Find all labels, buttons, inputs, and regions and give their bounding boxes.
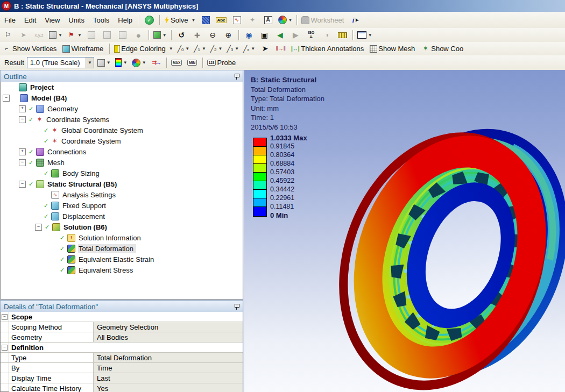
tree-item-label[interactable]: Fixed Support — [62, 201, 109, 210]
pin-icon[interactable] — [234, 303, 239, 310]
min-annotation-button[interactable]: MIN — [185, 56, 200, 69]
tree-item-label[interactable]: Global Coordinate System — [61, 126, 146, 135]
show-vertices-button[interactable]: ⌐ Show Vertices — [1, 42, 60, 55]
tree-item-label[interactable]: Coordinate Systems — [46, 115, 112, 124]
tree-item-label[interactable]: Total Deformation — [78, 244, 136, 253]
tree-item-analysis-settings[interactable]: ∿Analysis Settings — [1, 189, 243, 200]
tree-item-label[interactable]: Geometry — [47, 104, 81, 113]
tree-item-equivalent-elastic-strain[interactable]: ✓Equivalent Elastic Strain — [1, 254, 243, 265]
geometry-viewport[interactable]: B: Static Structural Total Deformation T… — [244, 70, 565, 392]
select-mode-button[interactable]: ▼ — [47, 29, 64, 41]
tree-item-project[interactable]: Project — [1, 82, 243, 92]
menu-edit[interactable]: Edit — [20, 15, 40, 26]
tree-item-label[interactable]: Coordinate System — [61, 137, 124, 146]
ruler-icon[interactable] — [335, 29, 350, 41]
new-chart-icon[interactable]: ∿ — [230, 14, 244, 26]
rotate-icon[interactable]: ↺ — [174, 29, 189, 41]
tree-item-displacement[interactable]: ✓Displacement — [1, 211, 243, 222]
tree-item-label[interactable]: Static Structural (B5) — [47, 180, 119, 189]
tree-item-global-coordinate-system[interactable]: ✓✶Global Coordinate System — [1, 125, 243, 136]
thicken-annotations-button[interactable]: |↔| Thicken Annotations — [289, 42, 367, 55]
collapse-icon[interactable]: − — [2, 345, 8, 351]
comment-icon[interactable]: A — [261, 14, 276, 26]
annotation-spacing-icon[interactable]: ‖→‖ — [273, 42, 288, 55]
geometry-display-button[interactable]: ▼ — [96, 56, 112, 69]
collapse-icon[interactable]: − — [3, 95, 10, 102]
probe-button[interactable]: 123 Probe — [206, 56, 239, 69]
menu-units[interactable]: Units — [64, 15, 89, 26]
collapse-icon[interactable]: − — [19, 159, 26, 166]
viewports-button[interactable]: ▼ — [356, 29, 374, 41]
tree-item-label[interactable]: Equivalent Stress — [78, 266, 136, 275]
menu-help[interactable]: Help — [114, 15, 137, 26]
select-labels-icon[interactable]: ⚐ — [1, 29, 15, 41]
zoom-in-icon[interactable]: ⊕ — [221, 29, 236, 41]
outline-tree[interactable]: Project−Model (B4)+✓Geometry−✓✶Coordinat… — [0, 82, 243, 300]
tree-item-geometry[interactable]: +✓Geometry — [1, 103, 243, 114]
chevron-down-icon[interactable]: ▼ — [192, 18, 196, 23]
tree-item-label[interactable]: Displacement — [62, 212, 108, 221]
edge-direction-1-button[interactable]: ╱1▼ — [192, 42, 208, 55]
menu-file[interactable]: File — [0, 15, 20, 26]
pan-icon[interactable]: ✛ — [190, 29, 204, 41]
edge-coloring-button[interactable]: Edge Coloring ▼ — [112, 42, 174, 55]
edge-direction-0-button[interactable]: ╱0▼ — [176, 42, 192, 55]
previous-view-icon[interactable]: ◀ — [273, 29, 287, 41]
property-value[interactable]: Time — [94, 363, 243, 373]
menu-view[interactable]: View — [40, 15, 64, 26]
edge-direction-2-button[interactable]: ╱2▼ — [209, 42, 224, 55]
max-annotation-button[interactable]: MAX — [170, 56, 184, 69]
iso-view-icon[interactable]: ISO⇊ — [304, 29, 319, 41]
explode-arrow-icon[interactable]: ➤ — [258, 42, 272, 55]
property-value[interactable]: Last — [94, 373, 243, 383]
selection-information-button[interactable]: i ➤ — [348, 14, 363, 26]
tree-item-coordinate-systems[interactable]: −✓✶Coordinate Systems — [1, 114, 243, 125]
tree-item-static-structural-b5[interactable]: −✓Static Structural (B5) — [1, 179, 243, 189]
show-coordinate-systems-button[interactable]: ✶ Show Coo — [419, 42, 467, 55]
zoom-fit-icon[interactable]: ◉ — [242, 29, 256, 41]
property-value[interactable]: Total Deformation — [94, 353, 243, 362]
zoom-out-icon[interactable]: ⊖ — [206, 29, 220, 41]
result-scale-combobox[interactable]: 1.0 (True Scale) ▼ — [27, 57, 94, 68]
edge-direction-3-button[interactable]: ╱3▼ — [225, 42, 241, 55]
new-annotation-icon[interactable]: Abc — [214, 14, 229, 26]
tree-item-label[interactable]: Body Sizing — [62, 169, 102, 178]
property-value[interactable]: All Bodies — [94, 332, 243, 342]
tree-item-label[interactable]: Solution (B6) — [63, 223, 110, 232]
edge-direction-x-button[interactable]: ╱x▼ — [242, 42, 257, 55]
tree-item-model-b4[interactable]: −Model (B4) — [1, 92, 243, 103]
tree-item-fixed-support[interactable]: ✓Fixed Support — [1, 200, 243, 211]
tree-item-label[interactable]: Mesh — [47, 158, 67, 167]
collapse-icon[interactable]: − — [19, 116, 26, 123]
tree-item-coordinate-system[interactable]: ✓✶Coordinate System — [1, 136, 243, 146]
tree-item-body-sizing[interactable]: ✓Body Sizing — [1, 168, 243, 179]
wireframe-button[interactable]: Wireframe — [61, 42, 107, 55]
collapse-icon[interactable]: − — [2, 314, 8, 320]
tree-item-label[interactable]: Solution Information — [78, 233, 144, 243]
property-value[interactable]: Geometry Selection — [94, 322, 243, 332]
expand-icon[interactable]: + — [19, 148, 26, 155]
box-zoom-icon[interactable]: ▣ — [257, 29, 272, 41]
tree-item-connections[interactable]: +✓Connections — [1, 146, 243, 157]
contour-display-button[interactable]: ▼ — [130, 56, 148, 69]
tree-item-equivalent-stress[interactable]: ✓Equivalent Stress — [1, 265, 243, 275]
chevron-down-icon[interactable]: ▼ — [86, 58, 94, 68]
tree-item-label[interactable]: Analysis Settings — [62, 190, 118, 199]
menu-tools[interactable]: Tools — [89, 15, 114, 26]
expand-icon[interactable]: + — [19, 105, 26, 112]
contour-bands-button[interactable]: ▼ — [114, 56, 129, 69]
tree-item-label[interactable]: Project — [30, 83, 56, 92]
tree-item-mesh[interactable]: −✓Mesh — [1, 157, 243, 168]
tree-item-total-deformation[interactable]: ✓Total Deformation — [1, 243, 243, 254]
collapse-icon[interactable]: − — [35, 224, 42, 231]
solve-button[interactable]: Solve ▼ — [163, 14, 197, 26]
rotate-mode-button[interactable]: ▼ — [152, 29, 168, 41]
tree-item-solution-information[interactable]: ✓!Solution Information — [1, 232, 243, 243]
show-mesh-button[interactable]: Show Mesh — [368, 42, 418, 55]
tree-item-label[interactable]: Connections — [47, 147, 89, 156]
image-capture-icon[interactable]: ▼ — [277, 14, 294, 26]
pin-icon[interactable] — [234, 73, 239, 80]
property-value[interactable]: Yes — [94, 383, 243, 392]
new-analysis-icon[interactable] — [199, 14, 213, 26]
tree-item-solution-b6[interactable]: −✓Solution (B6) — [1, 222, 243, 232]
